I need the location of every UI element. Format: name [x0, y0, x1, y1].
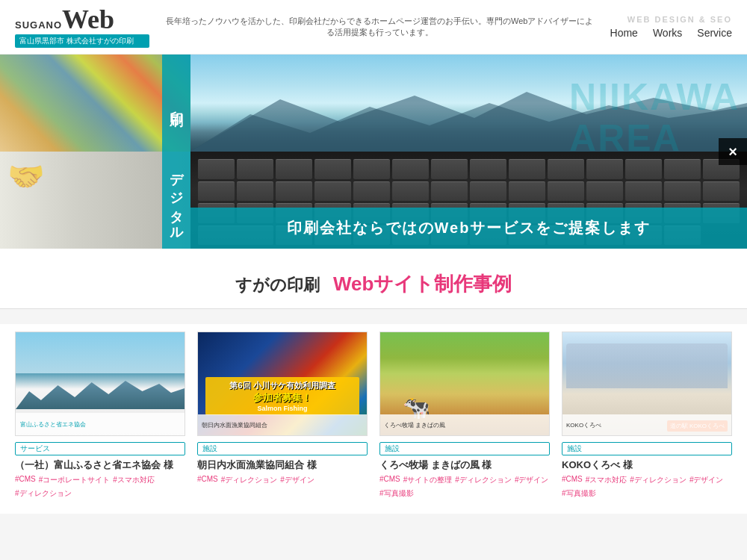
work-2-tag-2: #ディレクション	[221, 475, 278, 485]
work-3-tag: 施設	[379, 442, 550, 455]
work-card-4[interactable]: 道の駅 KOKOくろべ KOKOくろべ 施設 KOKOくろべ 様 #CMS #ス…	[562, 332, 732, 499]
work-1-title: （一社）富山ふるさと省エネ協会 様	[15, 458, 185, 472]
section-title: すがの印刷 Webサイト制作事例	[0, 271, 747, 297]
work-3-tag-2: #サイトの整理	[403, 475, 453, 485]
work-3-title: くろべ牧場 まきばの風 様	[379, 458, 550, 472]
webdesign-text: WEB DESIGN & SEO	[627, 15, 732, 24]
work-2-hashtags: #CMS #ディレクション #デザイン	[197, 475, 368, 485]
logo-sugano: SUGANO	[15, 19, 62, 31]
work-card-3[interactable]: 🐄 くろべ牧場 まきばの風 施設 くろべ牧場 まきばの風 様 #CMS #サイト…	[379, 332, 550, 499]
work-3-tag-4: #デザイン	[515, 475, 549, 485]
thumb-3-info: くろべ牧場 まきばの風	[380, 414, 549, 435]
work-card-2[interactable]: 第6回 小川サケ有効利用調査 参加者募集！ Salmon Fishing 朝日内…	[197, 332, 368, 499]
hero-digital-section: 🤝 デジタル	[0, 152, 190, 249]
hero-left-column: 印刷 🤝 デジタル ×	[0, 55, 190, 249]
section-company: すがの印刷	[235, 276, 320, 294]
work-card-1[interactable]: 富山ふるさと省エネ協会 サービス （一社）富山ふるさと省エネ協会 様 #CMS …	[15, 332, 185, 499]
nihikawa-area-watermark: NIIKAWA AREA	[569, 77, 740, 159]
thumb-1-label: 富山ふるさと省エネ協会	[20, 420, 86, 429]
work-4-tag-3: #ディレクション	[630, 475, 686, 485]
work-thumb-overlay-2: 第6回 小川サケ有効利用調査 参加者募集！ Salmon Fishing	[205, 377, 359, 415]
cross-icon: ×	[719, 138, 747, 165]
work-2-tag-3: #デザイン	[280, 475, 314, 485]
works-grid: 富山ふるさと省エネ協会 サービス （一社）富山ふるさと省エネ協会 様 #CMS …	[0, 324, 747, 514]
work-1-tag-1: #CMS	[15, 475, 36, 485]
work-2-title: 朝日内水面漁業協同組合 様	[197, 458, 368, 472]
hand-icon: 🤝	[7, 159, 45, 194]
work-1-hashtags: #CMS #コーポレートサイト #スマホ対応 #ディレクション	[15, 475, 185, 499]
koko-building	[566, 343, 728, 388]
salmon-title: 第6回 小川サケ有効利用調査	[208, 380, 356, 391]
logo-subtitle: 富山県黒部市 株式会社すがの印刷	[15, 34, 149, 48]
work-3-hashtags: #CMS #サイトの整理 #ディレクション #デザイン #写真撮影	[379, 475, 550, 499]
section-divider	[0, 308, 747, 309]
nav-works[interactable]: Works	[653, 27, 682, 39]
thumb-2-info: 朝日内水面漁業協同組合	[198, 414, 367, 435]
work-3-tag-1: #CMS	[379, 475, 400, 485]
work-4-tag-4: #デザイン	[689, 475, 724, 485]
work-thumb-1: 富山ふるさと省エネ協会	[15, 332, 185, 436]
hero-print-section: 印刷	[0, 55, 190, 152]
work-3-tag-3: #ディレクション	[455, 475, 512, 485]
work-1-tag: サービス	[15, 442, 185, 455]
work-1-tag-4: #ディレクション	[15, 488, 72, 499]
nav-home[interactable]: Home	[610, 27, 638, 39]
hero-banner: 印刷 🤝 デジタル ×	[0, 55, 747, 249]
header-tagline: 長年培ったノウハウを活かした、印刷会社だからできるホームページ運営のお手伝い。専…	[149, 16, 610, 38]
section-web-title: Webサイト制作事例	[333, 273, 512, 295]
work-3-tag-5: #写真撮影	[379, 488, 414, 499]
hero-right-column: NIIKAWA AREA 印刷会社ならではのWebサービスをご提案します	[190, 55, 747, 249]
hero-main-text: 印刷会社ならではのWebサービスをご提案します	[190, 208, 747, 249]
work-thumb-3: 🐄 くろべ牧場 まきばの風	[379, 332, 550, 436]
work-4-title: KOKOくろべ 様	[562, 458, 732, 472]
section-title-area: すがの印刷 Webサイト制作事例	[0, 249, 747, 308]
nihikawa-line2: AREA	[569, 118, 740, 159]
nihikawa-line1: NIIKAWA	[569, 77, 740, 118]
work-4-tag-5: #写真撮影	[562, 488, 596, 499]
work-4-tag-1: #CMS	[562, 475, 583, 485]
work-thumb-overlay-1: 富山ふるさと省エネ協会	[16, 413, 185, 435]
main-nav: Home Works Service	[610, 27, 732, 39]
work-4-tag: 施設	[562, 442, 732, 455]
work-2-tag: 施設	[197, 442, 368, 455]
work-thumb-2: 第6回 小川サケ有効利用調査 参加者募集！ Salmon Fishing 朝日内…	[197, 332, 368, 436]
thumb-4-info: KOKOくろべ	[562, 414, 731, 435]
salmon-sub2: Salmon Fishing	[208, 405, 356, 412]
salmon-subtitle: 参加者募集！	[208, 391, 356, 405]
digital-label: デジタル	[162, 152, 190, 249]
logo-area: SUGANO Web 富山県黒部市 株式会社すがの印刷	[15, 6, 149, 48]
header-right: WEB DESIGN & SEO Home Works Service	[610, 15, 732, 39]
work-4-hashtags: #CMS #スマホ対応 #ディレクション #デザイン #写真撮影	[562, 475, 732, 499]
work-2-tag-1: #CMS	[197, 475, 218, 485]
logo-top: SUGANO Web	[15, 6, 149, 33]
work-thumb-4: 道の駅 KOKOくろべ KOKOくろべ	[562, 332, 732, 436]
logo-web: Web	[62, 6, 114, 33]
nav-service[interactable]: Service	[697, 27, 732, 39]
work-4-tag-2: #スマホ対応	[586, 475, 627, 485]
header: SUGANO Web 富山県黒部市 株式会社すがの印刷 長年培ったノウハウを活か…	[0, 0, 747, 55]
print-label: 印刷	[162, 55, 190, 152]
work-1-tag-2: #コーポレートサイト	[39, 475, 111, 485]
work-1-tag-3: #スマホ対応	[113, 475, 155, 485]
